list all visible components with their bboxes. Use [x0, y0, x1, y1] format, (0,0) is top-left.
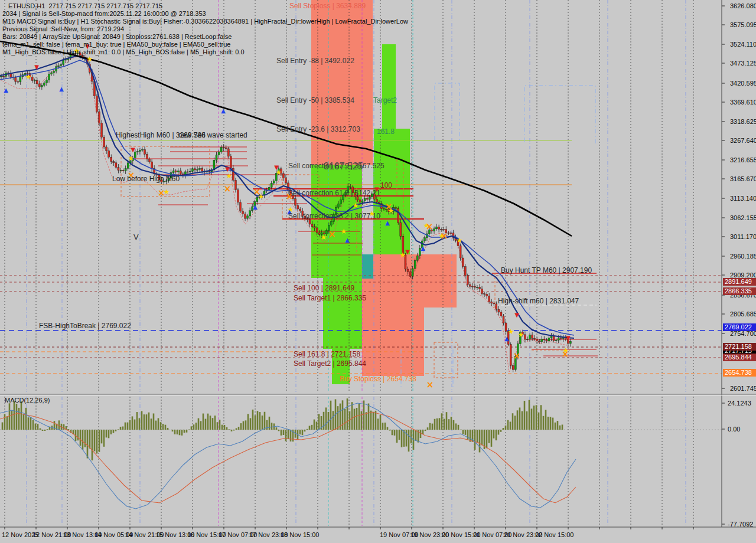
candle-body: [340, 200, 342, 204]
candle-body: [414, 260, 416, 269]
candle-body: [19, 77, 21, 82]
sell-arrow-icon: ▼: [34, 64, 39, 70]
macd-histogram-bar: [177, 430, 178, 434]
candle-body: [527, 339, 529, 339]
macd-signal-info-line: M15 MACD Signal is:Buy | H1 Stochastic S…: [2, 18, 408, 25]
macd-histogram-bar: [106, 430, 107, 437]
candle-body: [237, 190, 239, 202]
macd-histogram-bar: [84, 430, 86, 447]
candle-body: [115, 163, 117, 168]
macd-histogram-bar: [510, 421, 511, 430]
price-axis-label: 3267.640: [730, 137, 756, 144]
price-chart-canvas[interactable]: ★★★★★★★★★★★★★★★★★★★★★▲▲▲▲▲▲▲▲▲▼▼▼▼▼▼▼▼▼×…: [0, 0, 756, 543]
macd-histogram-bar: [198, 418, 200, 430]
macd-histogram-bar: [500, 430, 502, 432]
candle-body: [197, 169, 198, 170]
macd-histogram-bar: [259, 412, 261, 430]
macd-histogram-bar: [432, 424, 434, 430]
candle-body: [443, 230, 445, 230]
candle-body: [541, 339, 543, 341]
macd-histogram-bar: [193, 424, 195, 430]
macd-histogram-bar: [113, 430, 115, 433]
macd-histogram-bar: [524, 401, 526, 430]
macd-histogram-bar: [252, 410, 254, 430]
star-signal-icon: ★: [353, 201, 359, 210]
price-axis-label: 2601.745: [730, 385, 756, 392]
label-buy-hunt-tp: Buy Hunt TP M60 | 2907.190: [501, 266, 592, 274]
candle-body: [227, 149, 229, 156]
candle-body: [53, 71, 55, 73]
macd-histogram-bar: [99, 430, 100, 452]
candle-body: [412, 269, 413, 276]
candle-body: [359, 200, 361, 202]
ma-long-line: [0, 41, 572, 236]
candle-body: [409, 272, 411, 276]
macd-histogram-bar: [519, 407, 521, 430]
candle-body: [122, 171, 124, 171]
macd-histogram-bar: [153, 414, 155, 430]
candle-body: [192, 169, 194, 171]
candle-body: [146, 154, 148, 159]
previous-signal-line: Previous Signal :Sell-New, from: 2719.29…: [2, 25, 124, 32]
macd-histogram-bar: [243, 421, 245, 430]
macd-histogram-bar: [429, 423, 431, 430]
macd-histogram-bar: [366, 412, 367, 430]
candle-body: [438, 227, 440, 230]
macd-histogram-bar: [94, 430, 96, 451]
candle-body: [38, 84, 40, 87]
macd-histogram-bar: [361, 411, 363, 430]
candle-body: [199, 168, 201, 169]
macd-histogram-bar: [136, 412, 138, 430]
candle-body: [464, 267, 466, 276]
price-axis-label: 3524.110: [730, 41, 756, 48]
macd-histogram-bar: [134, 420, 136, 430]
macd-histogram-bar: [333, 411, 334, 430]
candle-body: [43, 83, 45, 86]
macd-histogram-bar: [420, 430, 422, 438]
macd-histogram-bar: [314, 420, 315, 430]
candle-body: [45, 80, 47, 83]
candle-body: [539, 341, 540, 342]
price-axis-label: 3216.655: [730, 156, 756, 163]
time-axis-label: 18 Nov 15:00: [281, 531, 319, 538]
macd-histogram-bar: [441, 413, 443, 430]
macd-histogram-bar: [455, 423, 457, 430]
macd-histogram-bar: [125, 423, 126, 430]
candle-body: [99, 112, 100, 123]
candle-body: [316, 228, 318, 233]
candle-body: [460, 246, 461, 259]
macd-histogram-bar: [21, 401, 22, 430]
zone-salmon: [362, 279, 457, 308]
candle-body: [141, 150, 143, 151]
candle-body: [297, 205, 299, 209]
candle-body: [149, 159, 151, 162]
macd-histogram-bar: [219, 420, 221, 430]
price-axis-label: 2805.685: [730, 310, 756, 318]
macd-histogram-bar: [285, 430, 287, 441]
x-signal-icon: ×: [513, 351, 521, 361]
candle-body: [41, 86, 43, 87]
macd-histogram-bar: [309, 426, 311, 430]
macd-histogram-bar: [562, 424, 563, 430]
candle-body: [314, 227, 315, 228]
sell-arrow-icon: ▼: [566, 335, 571, 341]
buy-arrow-icon: ▲: [421, 245, 425, 251]
macd-histogram-bar: [179, 430, 181, 435]
macd-histogram-bar: [37, 424, 39, 430]
zone-green: [382, 44, 396, 130]
channel-box-line: [435, 83, 460, 140]
label-sell-target2: Sell Target2 | 2695.844: [294, 359, 366, 368]
x-signal-icon: ×: [562, 349, 569, 359]
candle-body: [536, 339, 538, 341]
macd-histogram-bar: [122, 427, 124, 430]
candle-body: [271, 183, 272, 187]
macd-histogram-bar: [351, 402, 353, 430]
macd-histogram-bar: [467, 430, 469, 440]
candle-body: [532, 335, 533, 339]
candle-body: [63, 60, 64, 64]
macd-histogram-bar: [191, 426, 193, 430]
price-badge: 2891.649: [723, 278, 756, 286]
label-sell-entry-50: Sell Entry -50 | 3385.534: [276, 96, 354, 104]
candle-body: [134, 152, 136, 158]
macd-histogram-bar: [540, 405, 542, 430]
